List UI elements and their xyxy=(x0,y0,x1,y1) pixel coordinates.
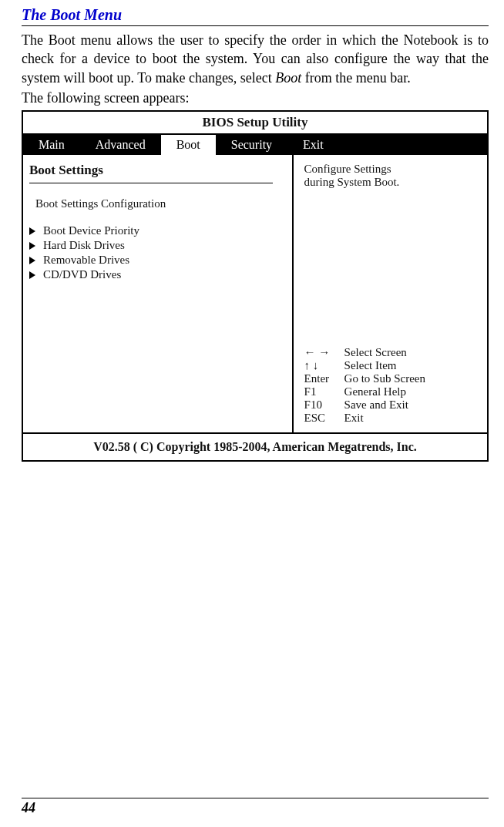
intro-text-pre: The Boot menu allows the user to specify… xyxy=(22,32,489,86)
boot-item-label: CD/DVD Drives xyxy=(43,268,121,281)
help-key: Enter xyxy=(304,372,344,385)
help-label: General Help xyxy=(344,385,406,398)
tab-advanced[interactable]: Advanced xyxy=(80,135,161,155)
bios-footer: V02.58 ( C) Copyright 1985-2004, America… xyxy=(23,432,487,460)
bios-screenshot: BIOS Setup Utility MainAdvancedBootSecur… xyxy=(22,110,489,462)
help-label: Save and Exit xyxy=(344,398,408,412)
divider xyxy=(29,183,273,183)
help-key: F1 xyxy=(304,385,344,398)
desc-line2: during System Boot. xyxy=(304,176,481,189)
intro-text-post: from the menu bar. xyxy=(301,70,410,86)
bios-left-panel: Boot Settings Boot Settings Configuratio… xyxy=(23,155,294,432)
tab-security[interactable]: Security xyxy=(216,135,287,155)
boot-item-label: Removable Drives xyxy=(43,254,129,267)
boot-item[interactable]: Removable Drives xyxy=(29,254,286,267)
tab-boot[interactable]: Boot xyxy=(161,135,216,155)
tab-exit[interactable]: Exit xyxy=(287,135,339,155)
triangle-right-icon xyxy=(29,242,35,250)
section-title: The Boot Menu xyxy=(22,6,489,26)
bios-right-panel: Configure Settings during System Boot. S… xyxy=(294,155,487,432)
help-row: F1General Help xyxy=(304,385,481,398)
boot-settings-header: Boot Settings xyxy=(29,163,286,178)
triangle-right-icon xyxy=(29,227,35,235)
help-key xyxy=(304,346,344,359)
boot-item-label: Hard Disk Drives xyxy=(43,239,125,252)
help-row: Select Item xyxy=(304,359,481,372)
help-key xyxy=(304,359,344,372)
boot-item[interactable]: CD/DVD Drives xyxy=(29,268,286,281)
bios-panels: Boot Settings Boot Settings Configuratio… xyxy=(23,155,487,432)
page-number: 44 xyxy=(22,800,35,815)
help-label: Exit xyxy=(344,412,364,425)
tab-main[interactable]: Main xyxy=(23,135,80,155)
help-row: F10Save and Exit xyxy=(304,398,481,412)
screen-intro: The following screen appears: xyxy=(22,89,489,107)
desc-line1: Configure Settings xyxy=(304,163,481,176)
page-footer: 44 xyxy=(22,798,489,816)
configure-settings-desc: Configure Settings during System Boot. xyxy=(304,163,481,189)
help-row: EnterGo to Sub Screen xyxy=(304,372,481,385)
help-row: ESCExit xyxy=(304,412,481,425)
boot-item-label: Boot Device Priority xyxy=(43,224,139,237)
key-help: Select ScreenSelect ItemEnterGo to Sub S… xyxy=(304,346,481,425)
help-label: Go to Sub Screen xyxy=(344,372,425,385)
triangle-right-icon xyxy=(29,271,35,279)
intro-text-italic: Boot xyxy=(275,70,301,86)
help-label: Select Item xyxy=(344,359,397,372)
bios-menu-bar: MainAdvancedBootSecurityExit xyxy=(23,135,487,155)
help-key: ESC xyxy=(304,412,344,425)
boot-item[interactable]: Hard Disk Drives xyxy=(29,239,286,252)
help-key: F10 xyxy=(304,398,344,412)
help-label: Select Screen xyxy=(344,346,407,359)
help-row: Select Screen xyxy=(304,346,481,359)
boot-items-list: Boot Device PriorityHard Disk DrivesRemo… xyxy=(29,224,286,281)
boot-item[interactable]: Boot Device Priority xyxy=(29,224,286,237)
triangle-right-icon xyxy=(29,257,35,264)
boot-settings-config-label: Boot Settings Configuration xyxy=(35,197,286,210)
bios-title: BIOS Setup Utility xyxy=(23,112,487,135)
intro-paragraph: The Boot menu allows the user to specify… xyxy=(22,31,489,87)
